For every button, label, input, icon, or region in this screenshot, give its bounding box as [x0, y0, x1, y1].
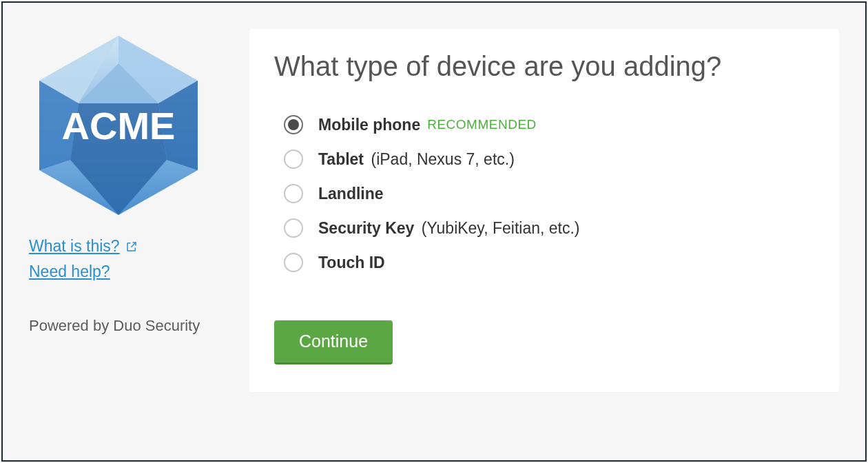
need-help-link[interactable]: Need help?: [29, 263, 110, 281]
radio-tablet[interactable]: [284, 150, 303, 169]
page-heading: What type of device are you adding?: [274, 51, 814, 82]
what-is-this-label: What is this?: [29, 237, 120, 256]
option-hint: (iPad, Nexus 7, etc.): [371, 150, 514, 168]
option-label: Landline: [318, 185, 384, 203]
radio-landline[interactable]: [284, 184, 303, 203]
radio-mobile-phone[interactable]: [284, 115, 303, 134]
option-label: Tablet: [318, 150, 364, 168]
option-landline[interactable]: Landline: [284, 184, 814, 203]
acme-hexagon-icon: ACME: [29, 29, 208, 222]
option-label: Security Key: [318, 219, 414, 237]
radio-touch-id[interactable]: [284, 253, 303, 272]
svg-text:ACME: ACME: [62, 104, 176, 147]
external-link-icon: [125, 240, 138, 253]
option-label: Touch ID: [318, 254, 385, 272]
option-touch-id[interactable]: Touch ID: [284, 253, 814, 272]
continue-button[interactable]: Continue: [274, 320, 393, 364]
main-panel: What type of device are you adding? Mobi…: [249, 29, 839, 392]
device-type-options: Mobile phone RECOMMENDED Tablet (iPad, N…: [284, 115, 814, 272]
option-label: Mobile phone: [318, 116, 420, 134]
sidebar: ACME What is this? Need help?: [29, 29, 249, 434]
need-help-label: Need help?: [29, 263, 110, 281]
help-links: What is this? Need help?: [29, 237, 236, 288]
enrollment-frame: ACME What is this? Need help?: [1, 1, 867, 462]
powered-by-text: Powered by Duo Security: [29, 317, 236, 335]
option-tablet[interactable]: Tablet (iPad, Nexus 7, etc.): [284, 150, 814, 169]
brand-logo: ACME: [29, 29, 208, 229]
option-mobile-phone[interactable]: Mobile phone RECOMMENDED: [284, 115, 814, 134]
what-is-this-link[interactable]: What is this?: [29, 237, 138, 256]
recommended-badge: RECOMMENDED: [427, 117, 537, 132]
radio-security-key[interactable]: [284, 218, 303, 238]
option-hint: (YubiKey, Feitian, etc.): [422, 219, 580, 237]
option-security-key[interactable]: Security Key (YubiKey, Feitian, etc.): [284, 218, 814, 238]
